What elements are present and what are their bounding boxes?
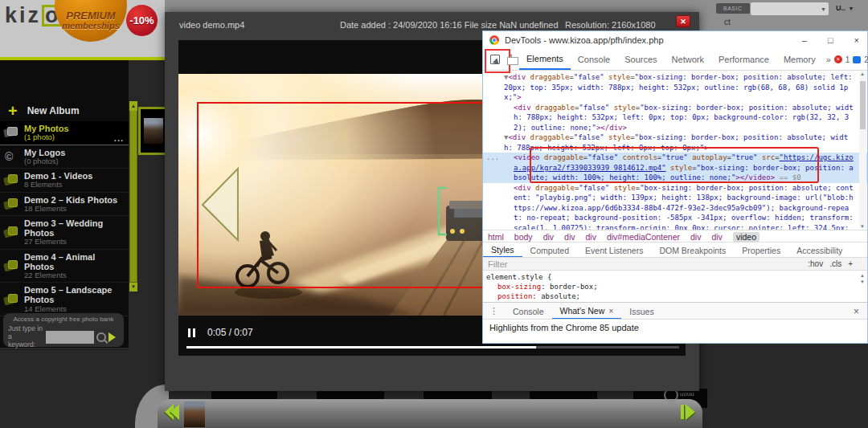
scrollbar-down-arrow[interactable]: ▼	[129, 283, 137, 291]
dom-node-video[interactable]: ...<video draggable="false" controls="tr…	[483, 153, 867, 183]
discount-badge[interactable]: -10%	[126, 5, 158, 36]
kizoa-app-screen: kizoa PREMIUM memberships -10% BASIC ▼ U…	[0, 0, 868, 428]
breadcrumb-body[interactable]: body	[514, 232, 533, 242]
albums-sidebar: + New Album My Photos(1 photo)...My Logo…	[0, 60, 129, 348]
sidebar-item-demo-1[interactable]: Demo 1 - Videos8 Elements	[0, 169, 129, 193]
scrollbar-up-arrow[interactable]: ▲	[129, 101, 137, 111]
breadcrumb-html[interactable]: html	[488, 232, 504, 242]
toggle-element-classes[interactable]: .cls	[829, 259, 841, 268]
kizoa-watermark-text: uouu	[680, 390, 694, 397]
video-resolution: Resolution: 2160x1080	[565, 20, 656, 30]
premium-line1: PREMIUM	[66, 10, 115, 22]
filmstrip-bar	[158, 399, 702, 428]
pause-button[interactable]	[188, 328, 195, 337]
album-subtitle: 8 Elements	[24, 181, 92, 189]
chrome-icon	[489, 35, 499, 45]
new-album-button[interactable]: + New Album	[0, 100, 129, 121]
demo-icon	[4, 226, 18, 238]
styles-tab-computed[interactable]: Computed	[522, 243, 577, 258]
keyword-input[interactable]	[46, 331, 94, 344]
header-logo-area: kizoa PREMIUM memberships -10%	[0, 0, 165, 57]
filmstrip-thumbnail[interactable]	[184, 402, 205, 427]
right-arrow-icon	[686, 404, 695, 420]
devtools-tab-sources[interactable]: Sources	[617, 49, 664, 70]
album-title: Demo 2 – Kids Photos	[24, 195, 117, 205]
breadcrumb-div[interactable]: div	[711, 232, 722, 242]
devtools-title: DevTools - www.kizoa.app/pfh/index.php	[505, 35, 664, 45]
styles-filter-bar: Filter :hov .cls +	[483, 257, 867, 271]
premium-memberships-badge[interactable]: PREMIUM memberships	[55, 0, 127, 42]
styles-tab-dom-breakpoints[interactable]: DOM Breakpoints	[651, 243, 734, 258]
sidebar-item-my-photos[interactable]: My Photos(1 photo)...	[0, 121, 129, 145]
sidebar-item-demo-2[interactable]: Demo 2 – Kids Photos18 Elements	[0, 193, 129, 217]
styles-scrollbar[interactable]: ▲▼	[859, 272, 866, 300]
filmstrip-prev-button[interactable]	[165, 404, 179, 420]
seek-bar[interactable]	[186, 346, 679, 349]
user-label: U..	[836, 4, 845, 12]
drawer-tab-strip: ConsoleWhat's New×Issues	[505, 303, 662, 320]
drawer-kebab-icon[interactable]: ⋮	[483, 306, 505, 316]
maximize-button[interactable]: □	[828, 35, 833, 45]
breadcrumb-div[interactable]: div	[564, 232, 575, 242]
device-toolbar-icon[interactable]	[510, 54, 512, 65]
toggle-hover-state[interactable]: :hov	[808, 259, 823, 268]
drawer-tab-issues[interactable]: Issues	[621, 303, 661, 320]
video-meta: Date added : 24/09/2020 16:16 File size …	[340, 20, 559, 30]
styles-filter-input[interactable]: Filter	[488, 259, 507, 269]
album-subtitle: (1 photo)	[24, 133, 69, 141]
album-options-dots[interactable]: ...	[114, 133, 124, 143]
devtools-tab-strip: ElementsConsoleSourcesNetworkPerformance…	[519, 49, 823, 70]
thumbnail-image	[144, 118, 163, 144]
styles-tab-strip: StylesComputedEvent ListenersDOM Breakpo…	[483, 242, 867, 258]
album-title: Demo 4 – Animal Photos	[24, 252, 125, 271]
sidebar-item-demo-3[interactable]: Demo 3 – Wedding Photos27 Elements	[0, 216, 129, 250]
header-dropdown[interactable]: ▼	[751, 2, 829, 15]
minimize-button[interactable]: –	[802, 35, 807, 45]
breadcrumb-div[interactable]: div	[690, 232, 701, 242]
devtools-tab-elements[interactable]: Elements	[519, 49, 571, 70]
devtools-window: DevTools - www.kizoa.app/pfh/index.php –…	[482, 31, 868, 344]
drawer-tab-what-s-new[interactable]: What's New×	[552, 303, 622, 320]
breadcrumb-video[interactable]: video	[733, 232, 760, 242]
occluded-text: ct	[724, 18, 731, 26]
close-button[interactable]: ×	[854, 35, 859, 45]
basic-plan-button[interactable]: BASIC	[716, 3, 750, 14]
more-tabs-chevron[interactable]: »	[823, 55, 834, 64]
devtools-tab-network[interactable]: Network	[665, 49, 711, 70]
styles-tab-styles[interactable]: Styles	[483, 243, 522, 258]
elements-breadcrumb: htmlbodydivdivdivdiv#mediaContenerdivdiv…	[483, 230, 867, 243]
styles-tab-event-listeners[interactable]: Event Listeners	[577, 243, 651, 258]
styles-tab-accessibility[interactable]: Accessibility	[788, 243, 850, 258]
drawer-close-icon[interactable]: ×	[854, 306, 867, 317]
drawer-tab-console[interactable]: Console	[505, 303, 552, 320]
album-title: Demo 5 – Landscape Photos	[24, 285, 125, 304]
dom-node-line[interactable]: <div draggable="false" style="box-sizing…	[483, 183, 867, 233]
album-title: Demo 3 – Wedding Photos	[24, 218, 125, 238]
sidebar-item-demo-4[interactable]: Demo 4 – Animal Photos22 Elements	[0, 250, 129, 283]
devtools-tab-memory[interactable]: Memory	[776, 49, 823, 70]
style-rules[interactable]: element.style { box-sizing: border-box;p…	[483, 271, 867, 304]
devtools-tab-console[interactable]: Console	[571, 49, 617, 70]
copyright-icon	[4, 150, 18, 163]
seek-bar-played	[186, 346, 536, 349]
dom-node-line[interactable]: <div draggable="false" style="box-sizing…	[483, 103, 867, 133]
search-icon[interactable]	[96, 332, 106, 342]
message-count: 26	[864, 55, 868, 64]
new-style-rule-button[interactable]: +	[848, 259, 853, 268]
sidebar-item-my-logos[interactable]: My Logos(0 photos)	[0, 145, 129, 169]
devtools-tab-performance[interactable]: Performance	[711, 49, 776, 70]
user-menu[interactable]: U..▼	[836, 4, 854, 12]
modal-close-button[interactable]: ✕	[676, 15, 690, 27]
error-icon[interactable]: ×	[834, 55, 842, 63]
breadcrumb-div[interactable]: div	[543, 232, 554, 242]
message-icon[interactable]	[853, 56, 861, 63]
breadcrumb-div[interactable]: div	[586, 232, 596, 242]
elements-scrollbar[interactable]	[859, 71, 866, 229]
sidebar-scrollbar[interactable]	[129, 101, 137, 283]
styles-tab-properties[interactable]: Properties	[734, 243, 788, 258]
search-go-arrow-icon[interactable]	[108, 332, 116, 342]
dom-node-line[interactable]: ▼<div draggable="false" style="box-sizin…	[483, 72, 867, 103]
filmstrip-next-button[interactable]	[681, 404, 695, 420]
sidebar-item-demo-5[interactable]: Demo 5 – Landscape Photos14 Elements	[0, 283, 129, 316]
breadcrumb-div-mediacontener[interactable]: div#mediaContener	[607, 232, 680, 242]
